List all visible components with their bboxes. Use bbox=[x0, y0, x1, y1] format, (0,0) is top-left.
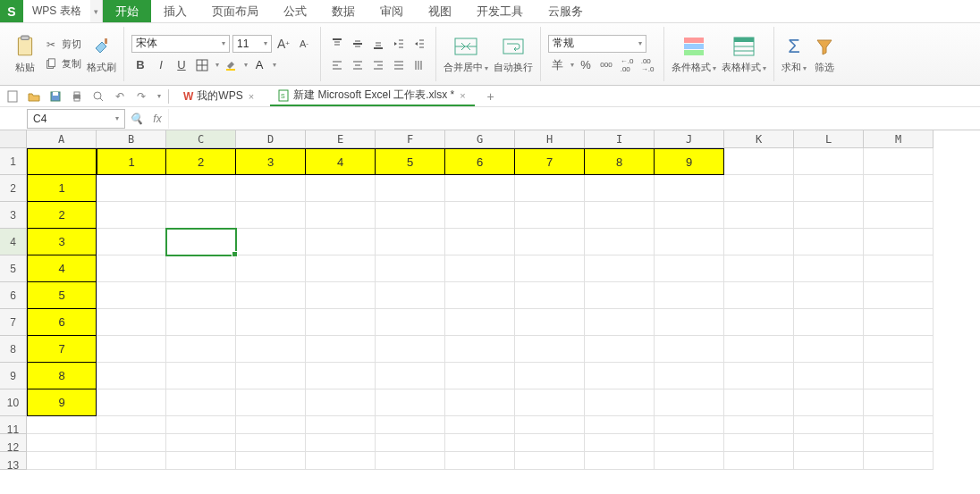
cell[interactable] bbox=[585, 452, 655, 470]
cell[interactable] bbox=[166, 229, 236, 255]
cell[interactable] bbox=[376, 229, 445, 255]
copy-button[interactable]: 复制 bbox=[43, 56, 81, 72]
cell[interactable] bbox=[166, 416, 236, 434]
cell[interactable] bbox=[27, 452, 97, 470]
cell[interactable] bbox=[864, 452, 934, 470]
cell[interactable] bbox=[515, 434, 585, 452]
cell[interactable] bbox=[376, 363, 445, 389]
tab-view[interactable]: 视图 bbox=[416, 0, 464, 22]
cell[interactable] bbox=[585, 255, 655, 282]
cell[interactable] bbox=[166, 202, 236, 229]
formula-input[interactable] bbox=[168, 109, 980, 129]
format-painter-button[interactable]: 格式刷 bbox=[87, 34, 116, 74]
cell[interactable] bbox=[585, 336, 655, 363]
cell[interactable] bbox=[655, 309, 724, 336]
cell[interactable] bbox=[97, 416, 166, 434]
cell[interactable]: 7 bbox=[27, 336, 97, 363]
decrease-decimal-button[interactable]: .00→.0 bbox=[638, 56, 656, 74]
cut-button[interactable]: ✂ 剪切 bbox=[43, 37, 81, 53]
cell[interactable] bbox=[864, 175, 934, 202]
cell[interactable] bbox=[515, 202, 585, 229]
underline-button[interactable]: U bbox=[173, 56, 190, 74]
cell[interactable] bbox=[794, 434, 864, 452]
row-header[interactable]: 2 bbox=[0, 175, 27, 202]
cell[interactable] bbox=[794, 202, 864, 229]
font-size-select[interactable]: 11▾ bbox=[232, 35, 272, 53]
cell[interactable] bbox=[515, 389, 585, 416]
cell[interactable] bbox=[166, 309, 236, 336]
print-preview-icon[interactable] bbox=[91, 89, 106, 104]
cell[interactable] bbox=[306, 255, 376, 282]
cell[interactable] bbox=[864, 416, 934, 434]
cell[interactable] bbox=[376, 175, 445, 202]
cell[interactable] bbox=[585, 416, 655, 434]
name-box[interactable]: C4 ▾ bbox=[27, 109, 125, 129]
increase-font-button[interactable]: A+ bbox=[275, 35, 292, 53]
fx-icon[interactable]: fx bbox=[147, 113, 168, 125]
row-header[interactable]: 9 bbox=[0, 363, 27, 389]
cell[interactable] bbox=[655, 282, 724, 309]
cell[interactable] bbox=[445, 434, 515, 452]
cell[interactable] bbox=[585, 389, 655, 416]
cell[interactable]: 3 bbox=[27, 229, 97, 255]
cell[interactable] bbox=[655, 434, 724, 452]
cell[interactable] bbox=[515, 175, 585, 202]
column-header[interactable]: L bbox=[794, 130, 864, 148]
increase-decimal-button[interactable]: ←.0.00 bbox=[618, 56, 636, 74]
cell[interactable] bbox=[97, 282, 166, 309]
cell[interactable] bbox=[724, 336, 794, 363]
cell[interactable] bbox=[97, 452, 166, 470]
cell[interactable] bbox=[306, 229, 376, 255]
row-header[interactable]: 12 bbox=[0, 434, 27, 452]
cell[interactable] bbox=[166, 175, 236, 202]
cell[interactable] bbox=[306, 363, 376, 389]
cell[interactable] bbox=[794, 336, 864, 363]
align-bottom-button[interactable] bbox=[369, 35, 387, 53]
cell[interactable] bbox=[864, 229, 934, 255]
cell[interactable] bbox=[585, 282, 655, 309]
cell[interactable] bbox=[376, 416, 445, 434]
row-header[interactable]: 13 bbox=[0, 452, 27, 470]
cell[interactable] bbox=[794, 282, 864, 309]
cell[interactable] bbox=[585, 363, 655, 389]
cell[interactable] bbox=[794, 389, 864, 416]
cell[interactable] bbox=[236, 175, 306, 202]
cell[interactable] bbox=[445, 416, 515, 434]
cell[interactable] bbox=[97, 175, 166, 202]
align-center-button[interactable] bbox=[349, 56, 367, 74]
chevron-down-icon[interactable]: ▾ bbox=[570, 61, 574, 69]
tab-insert[interactable]: 插入 bbox=[151, 0, 199, 22]
cell[interactable] bbox=[655, 363, 724, 389]
orientation-button[interactable] bbox=[410, 56, 428, 74]
cell[interactable] bbox=[236, 452, 306, 470]
cell[interactable] bbox=[724, 434, 794, 452]
column-header[interactable]: D bbox=[236, 130, 306, 148]
add-tab-button[interactable]: + bbox=[482, 89, 500, 104]
cell[interactable] bbox=[724, 452, 794, 470]
sum-button[interactable]: Σ 求和▾ bbox=[781, 34, 807, 74]
cell[interactable] bbox=[864, 282, 934, 309]
column-header[interactable]: B bbox=[97, 130, 166, 148]
cell[interactable] bbox=[864, 309, 934, 336]
open-icon[interactable] bbox=[27, 89, 41, 104]
cell[interactable] bbox=[306, 416, 376, 434]
paste-button[interactable]: 粘贴 bbox=[13, 34, 38, 74]
cell[interactable] bbox=[306, 434, 376, 452]
cell[interactable] bbox=[97, 255, 166, 282]
row-header[interactable]: 1 bbox=[0, 148, 27, 175]
cell[interactable] bbox=[376, 282, 445, 309]
row-header[interactable]: 6 bbox=[0, 282, 27, 309]
cell[interactable] bbox=[655, 255, 724, 282]
cell[interactable] bbox=[376, 202, 445, 229]
cell[interactable]: 5 bbox=[376, 148, 445, 175]
cell[interactable] bbox=[724, 202, 794, 229]
tab-formula[interactable]: 公式 bbox=[271, 0, 319, 22]
cell[interactable]: 8 bbox=[27, 363, 97, 389]
column-header[interactable]: G bbox=[445, 130, 515, 148]
cell[interactable] bbox=[236, 309, 306, 336]
cell[interactable]: 6 bbox=[27, 309, 97, 336]
cell[interactable] bbox=[515, 255, 585, 282]
cell[interactable]: 4 bbox=[306, 148, 376, 175]
cell[interactable]: 8 bbox=[585, 148, 655, 175]
print-icon[interactable] bbox=[70, 89, 84, 104]
